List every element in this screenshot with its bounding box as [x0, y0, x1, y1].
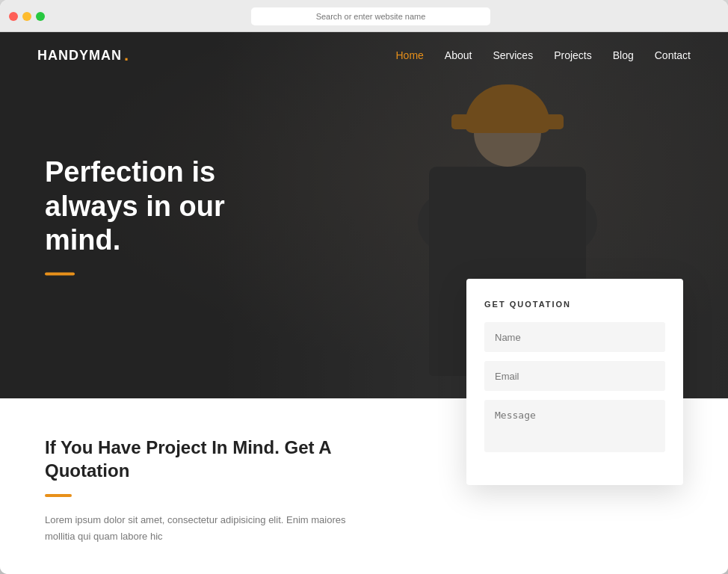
nav-link-home[interactable]: Home [396, 49, 424, 61]
traffic-lights [9, 12, 45, 21]
maximize-button[interactable] [36, 12, 45, 21]
section-title: If You Have Project In Mind. Get A Quota… [45, 436, 359, 482]
nav-item-about[interactable]: About [445, 49, 472, 62]
nav-item-blog[interactable]: Blog [613, 49, 634, 62]
section-accent-bar [45, 494, 72, 497]
nav-links: Home About Services Projects Blog Contac… [396, 49, 691, 62]
content-left: If You Have Project In Mind. Get A Quota… [45, 436, 359, 546]
address-bar [52, 7, 689, 25]
nav-item-home[interactable]: Home [396, 49, 424, 62]
message-input[interactable] [484, 400, 665, 452]
email-input[interactable] [484, 361, 665, 391]
close-button[interactable] [9, 12, 18, 21]
hero-title: Perfection is always in our mind. [45, 155, 306, 258]
navbar: HANDYMAN . Home About Services Projects … [0, 32, 728, 78]
logo-text: HANDYMAN [37, 48, 122, 64]
nav-item-services[interactable]: Services [493, 49, 533, 62]
address-input[interactable] [251, 7, 490, 25]
nav-link-about[interactable]: About [445, 49, 472, 61]
form-title: GET QUOTATION [484, 300, 665, 309]
hero-accent-bar [45, 272, 75, 275]
nav-link-blog[interactable]: Blog [613, 49, 634, 61]
browser-window: HANDYMAN . Home About Services Projects … [0, 0, 728, 574]
logo: HANDYMAN . [37, 46, 129, 65]
minimize-button[interactable] [22, 12, 31, 21]
nav-link-projects[interactable]: Projects [554, 49, 592, 61]
nav-item-projects[interactable]: Projects [554, 49, 592, 62]
website-content: HANDYMAN . Home About Services Projects … [0, 32, 728, 574]
logo-dot: . [124, 46, 129, 65]
quotation-form: GET QUOTATION [466, 279, 683, 485]
section-text: Lorem ipsum dolor sit amet, consectetur … [45, 512, 359, 545]
name-input[interactable] [484, 322, 665, 352]
hero-content: Perfection is always in our mind. [45, 155, 306, 276]
browser-chrome [0, 0, 728, 32]
nav-link-services[interactable]: Services [493, 49, 533, 61]
nav-item-contact[interactable]: Contact [655, 49, 691, 62]
nav-link-contact[interactable]: Contact [655, 49, 691, 61]
